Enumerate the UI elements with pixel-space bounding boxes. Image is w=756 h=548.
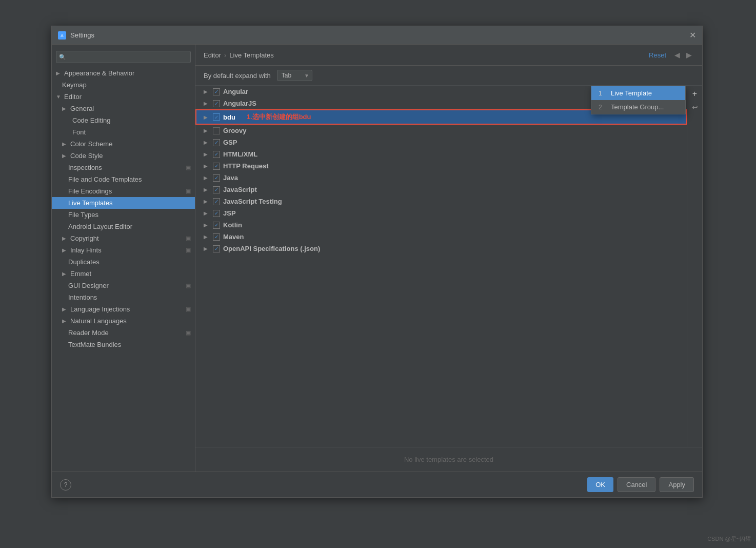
checkbox-kotlin[interactable]: ✓ bbox=[213, 222, 220, 229]
template-group-javascript-testing[interactable]: ▶ ✓ JavaScript Testing bbox=[195, 195, 687, 207]
template-group-gsp[interactable]: ▶ ✓ GSP bbox=[195, 136, 687, 148]
sidebar-item-intentions[interactable]: Intentions bbox=[52, 291, 195, 303]
main-content: Editor › Live Templates Reset ◀ ▶ By def… bbox=[195, 45, 702, 472]
ok-button[interactable]: OK bbox=[587, 477, 613, 492]
popup-menu-item-template-group[interactable]: 2 Template Group... bbox=[591, 100, 685, 114]
checkbox-bdu[interactable]: ✓ bbox=[213, 113, 220, 121]
checkbox-gsp[interactable]: ✓ bbox=[213, 139, 220, 146]
add-button[interactable]: + bbox=[689, 88, 701, 100]
sidebar-item-file-types[interactable]: File Types bbox=[52, 209, 195, 221]
toolbar-row: By default expand with Tab Enter Space ▼ bbox=[195, 66, 702, 86]
sidebar-item-natural-languages[interactable]: ▶ Natural Languages bbox=[52, 315, 195, 327]
chevron-icon: ▶ bbox=[204, 140, 210, 145]
group-name: Java bbox=[223, 174, 238, 182]
sidebar-item-copyright[interactable]: ▶ Copyright ▣ bbox=[52, 232, 195, 244]
sidebar-item-emmet[interactable]: ▶ Emmet bbox=[52, 268, 195, 280]
sidebar-item-color-scheme[interactable]: ▶ Color Scheme bbox=[52, 138, 195, 150]
annotation-1: 1.选中新创建的组bdu bbox=[247, 112, 311, 122]
group-name: JavaScript Testing bbox=[223, 198, 282, 205]
sidebar-item-appearance[interactable]: ▶ Appearance & Behavior bbox=[52, 67, 195, 79]
sidebar-item-code-editing[interactable]: Code Editing bbox=[52, 114, 195, 126]
checkbox-groovy[interactable] bbox=[213, 127, 220, 134]
sidebar-item-live-templates[interactable]: Live Templates bbox=[52, 197, 195, 209]
main-header: Editor › Live Templates Reset ◀ ▶ bbox=[195, 45, 702, 66]
checkbox-java[interactable]: ✓ bbox=[213, 174, 220, 182]
chevron-down-icon: ▼ bbox=[56, 94, 62, 100]
svg-text:A: A bbox=[61, 33, 64, 38]
sidebar-item-file-code-templates[interactable]: File and Code Templates bbox=[52, 173, 195, 185]
sidebar-item-file-encodings[interactable]: File Encodings ▣ bbox=[52, 185, 195, 197]
group-name-bdu: bdu bbox=[223, 113, 235, 121]
chevron-icon: ▶ bbox=[62, 318, 68, 324]
checkbox-angularjs[interactable]: ✓ bbox=[213, 100, 220, 107]
chevron-icon: ▶ bbox=[204, 151, 210, 157]
popup-menu-item-live-template[interactable]: 1 Live Template bbox=[591, 86, 685, 100]
group-name: Angular bbox=[223, 88, 248, 95]
expand-dropdown[interactable]: Tab Enter Space bbox=[277, 70, 312, 81]
no-selection-message: No live templates are selected bbox=[195, 447, 702, 472]
template-group-groovy[interactable]: ▶ Groovy bbox=[195, 125, 687, 136]
breadcrumb-separator: › bbox=[224, 51, 226, 59]
checkbox-html-xml[interactable]: ✓ bbox=[213, 151, 220, 158]
help-button[interactable]: ? bbox=[60, 479, 71, 491]
chevron-icon: ▶ bbox=[204, 114, 210, 120]
cancel-button[interactable]: Cancel bbox=[618, 477, 655, 492]
chevron-icon: ▶ bbox=[204, 210, 210, 216]
breadcrumb: Editor › Live Templates bbox=[204, 51, 274, 59]
copyright-icon: ▣ bbox=[186, 235, 191, 242]
template-group-openapi[interactable]: ▶ ✓ OpenAPI Specifications (.json) bbox=[195, 243, 687, 255]
forward-arrow[interactable]: ▶ bbox=[684, 50, 694, 60]
group-name: HTTP Request bbox=[223, 162, 269, 170]
sidebar-item-reader-mode[interactable]: Reader Mode ▣ bbox=[52, 327, 195, 339]
search-input[interactable] bbox=[56, 51, 191, 63]
group-name: JavaScript bbox=[223, 186, 257, 193]
sidebar-item-textmate-bundles[interactable]: TextMate Bundles bbox=[52, 339, 195, 350]
sidebar-item-font[interactable]: Font bbox=[52, 126, 195, 138]
sidebar-item-editor[interactable]: ▼ Editor bbox=[52, 91, 195, 103]
back-arrow[interactable]: ◀ bbox=[672, 50, 682, 60]
close-button[interactable]: ✕ bbox=[689, 30, 696, 40]
chevron-icon: ▶ bbox=[204, 89, 210, 94]
checkbox-javascript[interactable]: ✓ bbox=[213, 186, 220, 193]
reset-button[interactable]: Reset bbox=[649, 51, 666, 59]
search-icon: 🔍 bbox=[59, 54, 66, 61]
apply-button[interactable]: Apply bbox=[660, 477, 694, 492]
template-group-kotlin[interactable]: ▶ ✓ Kotlin bbox=[195, 219, 687, 231]
chevron-icon: ▶ bbox=[56, 70, 62, 76]
checkbox-angular[interactable]: ✓ bbox=[213, 88, 220, 95]
sidebar-item-inspections[interactable]: Inspections ▣ bbox=[52, 162, 195, 173]
checkbox-javascript-testing[interactable]: ✓ bbox=[213, 198, 220, 205]
footer-left: ? bbox=[60, 479, 71, 491]
sidebar-item-code-style[interactable]: ▶ Code Style bbox=[52, 150, 195, 162]
checkbox-openapi[interactable]: ✓ bbox=[213, 245, 220, 252]
template-group-html-xml[interactable]: ▶ ✓ HTML/XML bbox=[195, 148, 687, 160]
watermark: CSDN @星~闪耀 bbox=[707, 535, 751, 543]
template-groups-list: ▶ ✓ Angular ▶ ✓ AngularJS bbox=[195, 86, 702, 447]
template-group-maven[interactable]: ▶ ✓ Maven bbox=[195, 231, 687, 243]
gui-designer-icon: ▣ bbox=[186, 282, 191, 289]
sidebar: 🔍 ▶ Appearance & Behavior Keymap ▼ Edito… bbox=[52, 45, 195, 472]
dialog-footer: ? OK Cancel Apply bbox=[52, 472, 702, 497]
sidebar-item-duplicates[interactable]: Duplicates bbox=[52, 256, 195, 268]
template-group-java[interactable]: ▶ ✓ Java bbox=[195, 172, 687, 184]
title-bar-left: A Settings bbox=[58, 31, 94, 40]
sidebar-item-general[interactable]: ▶ General bbox=[52, 103, 195, 114]
breadcrumb-parent: Editor bbox=[204, 51, 221, 59]
list-with-toolbar: ▶ ✓ Angular ▶ ✓ AngularJS bbox=[195, 86, 702, 447]
sidebar-item-android-layout-editor[interactable]: Android Layout Editor bbox=[52, 221, 195, 232]
checkbox-jsp[interactable]: ✓ bbox=[213, 210, 220, 217]
sidebar-item-language-injections[interactable]: ▶ Language Injections ▣ bbox=[52, 303, 195, 315]
checkbox-maven[interactable]: ✓ bbox=[213, 233, 220, 241]
group-name: Maven bbox=[223, 233, 244, 241]
reader-mode-icon: ▣ bbox=[186, 329, 191, 336]
template-group-jsp[interactable]: ▶ ✓ JSP bbox=[195, 207, 687, 219]
template-group-javascript[interactable]: ▶ ✓ JavaScript bbox=[195, 184, 687, 195]
sidebar-item-keymap[interactable]: Keymap bbox=[52, 79, 195, 91]
sidebar-item-gui-designer[interactable]: GUI Designer ▣ bbox=[52, 280, 195, 291]
checkbox-http-request[interactable]: ✓ bbox=[213, 163, 220, 170]
undo-button[interactable]: ↩ bbox=[689, 101, 701, 113]
chevron-icon: ▶ bbox=[204, 128, 210, 133]
template-group-http-request[interactable]: ▶ ✓ HTTP Request bbox=[195, 160, 687, 172]
sidebar-item-inlay-hints[interactable]: ▶ Inlay Hints ▣ bbox=[52, 244, 195, 256]
popup-menu: 2.选择该选项 1 Live Template 2 Template Group… bbox=[591, 86, 686, 114]
